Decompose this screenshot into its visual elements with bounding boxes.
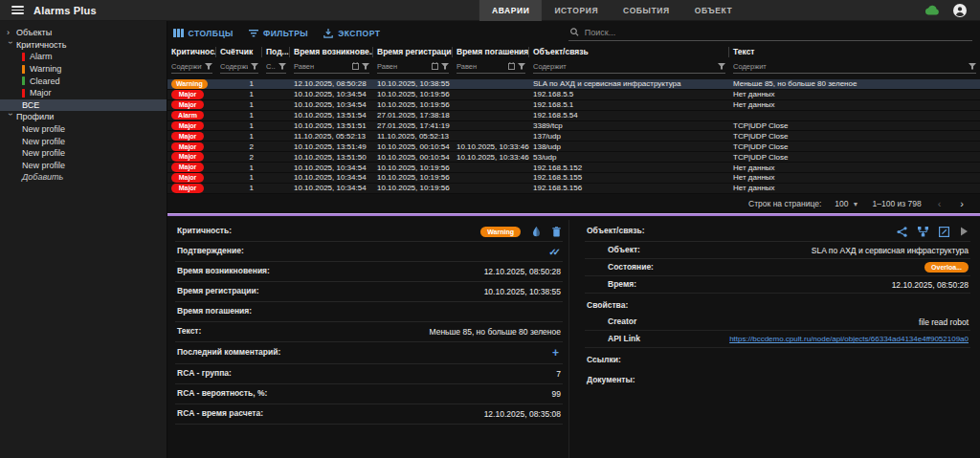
column-header[interactable]: Под...: [262, 47, 290, 57]
detail-row: Состояние:Overloa...: [585, 259, 970, 276]
tab-2[interactable]: ИСТОРИЯ: [542, 0, 611, 21]
alarm-details-left: Критичность:WarningПодтверждение:✓✓Время…: [167, 220, 569, 458]
toolbar-button-экспорт[interactable]: ЭКСПОРТ: [323, 29, 380, 38]
sidebar-item[interactable]: New profile: [0, 160, 167, 172]
filter-input[interactable]: Равен: [457, 61, 525, 74]
detail-value: SLA по АХД и сервисная инфраструктура: [812, 246, 969, 255]
delete-icon[interactable]: [552, 227, 561, 237]
tab-4[interactable]: ОБЪЕКТ: [682, 0, 746, 21]
filter-operator-label: Содержит: [171, 62, 202, 71]
sidebar-item[interactable]: Warning: [0, 63, 167, 76]
account-icon[interactable]: [953, 4, 967, 17]
filter-cell: Содержит: [216, 61, 262, 74]
sidebar-section[interactable]: ›Критичность: [0, 39, 167, 52]
search-input[interactable]: [585, 28, 970, 37]
table-row[interactable]: Major110.10.2025, 13:51:5127.01.2025, 17…: [167, 121, 980, 132]
table-row[interactable]: Major110.10.2025, 10:34:5410.10.2025, 10…: [167, 173, 980, 184]
sidebar-item-label: Alarm: [30, 52, 53, 61]
table-row[interactable]: Major110.10.2025, 10:34:5410.10.2025, 10…: [167, 100, 980, 111]
filter-operator-label: С...: [266, 62, 276, 71]
detail-row: Время возникновения:12.10.2025, 08:50:28: [175, 262, 563, 282]
columns-icon: [173, 29, 184, 37]
severity-color-bar: [22, 76, 25, 85]
table-row[interactable]: Major111.10.2025, 05:52:1311.10.2025, 05…: [167, 131, 980, 142]
sidebar-item[interactable]: Добавить: [0, 171, 167, 184]
next-page-button[interactable]: ›: [957, 198, 967, 209]
table-cell: TCP|UDP Close: [729, 142, 980, 151]
sidebar-item[interactable]: Cleared: [0, 75, 167, 87]
invert-colors-icon[interactable]: [532, 227, 541, 237]
column-header[interactable]: Время регистрации: [373, 47, 453, 57]
sidebar-item[interactable]: New profile: [0, 147, 167, 160]
detail-label: Время:: [587, 279, 636, 290]
sidebar-item[interactable]: New profile: [0, 135, 167, 147]
column-header[interactable]: Счётчик: [216, 47, 262, 57]
sidebar-item-label: New profile: [22, 137, 65, 146]
sidebar-section[interactable]: ›Объекты: [0, 27, 167, 39]
column-header[interactable]: Время возникнове...: [290, 47, 373, 57]
severity-cell: Major: [167, 142, 216, 152]
toolbar-button-столбцы[interactable]: СТОЛБЦЫ: [173, 29, 234, 38]
table-row[interactable]: Alarm110.10.2025, 13:51:5427.01.2025, 17…: [167, 111, 980, 121]
filter-funnel-icon: [718, 63, 725, 70]
filter-input[interactable]: Содержит: [733, 61, 976, 74]
sidebar-item-label: Добавить: [22, 172, 63, 182]
sidebar-item[interactable]: ВСЕ: [0, 99, 167, 112]
detail-value: 12.10.2025, 08:50:28: [892, 280, 969, 290]
severity-cell: Major: [167, 100, 216, 110]
toolbar-button-фильтры[interactable]: ФИЛЬТРЫ: [249, 29, 308, 38]
table-row[interactable]: Major210.10.2025, 13:51:5010.10.2025, 00…: [167, 152, 980, 163]
edit-in-window-icon[interactable]: [939, 227, 949, 237]
table-cell: 138/udp: [529, 142, 729, 151]
table-row[interactable]: Major110.10.2025, 10:34:5410.10.2025, 10…: [167, 90, 980, 100]
sidebar-section[interactable]: ›Профили: [0, 111, 167, 123]
share-icon[interactable]: [897, 227, 907, 237]
table-row[interactable]: Major110.10.2025, 10:34:5410.10.2025, 10…: [167, 163, 980, 173]
table-cell: 10.10.2025, 10:19:56: [373, 173, 453, 182]
menu-icon[interactable]: [11, 6, 24, 14]
add-comment-button[interactable]: +: [552, 346, 561, 360]
column-header[interactable]: Критичнос...: [167, 47, 216, 57]
prev-page-button[interactable]: ‹: [935, 198, 945, 209]
api-link[interactable]: https://bccdemo.cpult.ru/node/api/object…: [729, 335, 969, 343]
filter-funnel-icon: [969, 63, 976, 70]
hierarchy-icon[interactable]: [918, 227, 928, 237]
filter-input[interactable]: Равен: [377, 61, 449, 74]
detail-label: Свойства:: [587, 300, 628, 311]
table-cell: SLA по АХД и сервисная инфраструктура: [529, 79, 729, 88]
tab-3[interactable]: СОБЫТИЯ: [611, 0, 682, 21]
column-header[interactable]: Текст: [729, 47, 980, 57]
column-header[interactable]: Время погашения: [453, 47, 529, 57]
detail-row: Подтверждение:✓✓: [175, 242, 563, 262]
severity-cell: Major: [167, 121, 216, 131]
filter-input[interactable]: Содержит: [533, 61, 725, 74]
filter-input[interactable]: Равен: [294, 61, 369, 74]
filter-input[interactable]: С...: [266, 61, 286, 74]
filter-funnel-icon: [441, 63, 449, 70]
filter-input[interactable]: Содержит: [220, 61, 258, 74]
rows-per-page-label: Строк на странице:: [748, 199, 821, 208]
filter-funnel-icon: [251, 63, 258, 70]
table-row[interactable]: Warning112.10.2025, 08:50:2810.10.2025, …: [167, 79, 980, 90]
severity-badge: Major: [171, 173, 204, 183]
detail-label: Текст:: [177, 326, 201, 337]
table-cell: 192.168.5.152: [529, 164, 729, 172]
filter-input[interactable]: Содержит: [171, 61, 212, 74]
sidebar-item[interactable]: Alarm: [0, 51, 167, 63]
detail-row: Текст:Меньше 85, но больше 80 зеленое: [175, 322, 563, 342]
search-icon: [570, 28, 579, 36]
severity-cell: Alarm: [167, 111, 216, 120]
acknowledge-button[interactable]: ✓✓: [548, 247, 561, 257]
detail-value: 12.10.2025, 08:35:08: [484, 409, 561, 419]
rows-per-page-select[interactable]: 100 ▼: [835, 199, 858, 208]
sidebar-item[interactable]: Major: [0, 87, 167, 99]
column-header[interactable]: Объект/связь: [529, 47, 729, 57]
filter-cell: Равен: [453, 61, 529, 74]
sidebar-item[interactable]: New profile: [0, 123, 167, 136]
table-row[interactable]: Major210.10.2025, 13:51:4910.10.2025, 00…: [167, 142, 980, 152]
table-row[interactable]: Major110.10.2025, 10:34:5410.10.2025, 10…: [167, 184, 980, 194]
table-cell: 3389/tcp: [529, 121, 729, 130]
tab-1[interactable]: АВАРИИ: [479, 0, 542, 21]
detail-row: Время:12.10.2025, 08:50:28: [585, 276, 970, 294]
play-icon[interactable]: [960, 227, 969, 236]
